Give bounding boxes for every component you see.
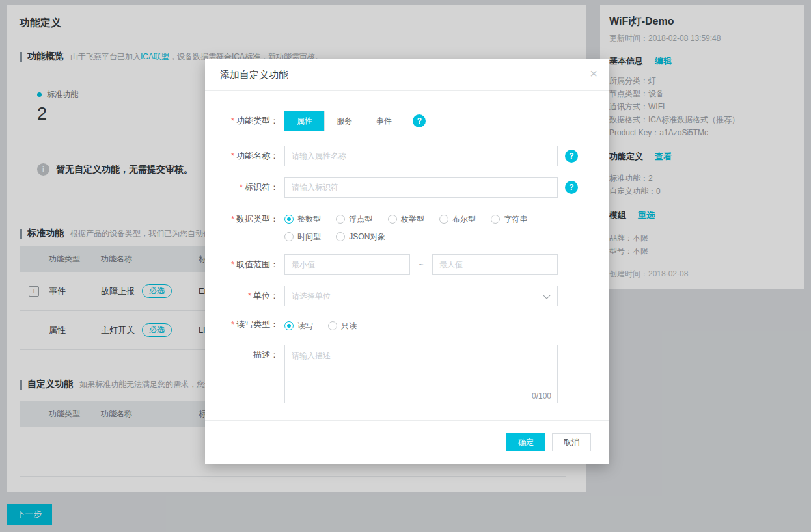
identifier-input[interactable] — [284, 177, 558, 198]
range-max-input[interactable] — [432, 254, 558, 275]
radio-enum[interactable]: 枚举型 — [388, 211, 424, 227]
field-label-desc: 描述： — [205, 345, 284, 405]
radio-icon — [284, 321, 294, 330]
required-mark: * — [231, 116, 234, 126]
radio-icon — [388, 215, 397, 224]
close-icon[interactable]: × — [590, 59, 598, 88]
rw-radio-group: 读写 只读 — [284, 318, 558, 334]
help-icon[interactable]: ? — [413, 114, 426, 127]
cancel-button[interactable]: 取消 — [552, 433, 591, 451]
field-label-type: *功能类型： — [205, 111, 284, 131]
help-icon[interactable]: ? — [565, 181, 578, 194]
required-mark: * — [240, 182, 243, 192]
tab-service[interactable]: 服务 — [324, 111, 364, 131]
range-field: ~ — [284, 254, 558, 275]
function-name-input[interactable] — [284, 146, 558, 166]
radio-float[interactable]: 浮点型 — [336, 211, 372, 227]
required-mark: * — [231, 259, 234, 269]
required-mark: * — [231, 319, 234, 329]
range-separator: ~ — [410, 260, 432, 269]
radio-icon — [336, 232, 345, 241]
tab-event[interactable]: 事件 — [364, 111, 404, 131]
radio-int[interactable]: 整数型 — [284, 211, 321, 227]
description-field: 0/100 — [284, 345, 558, 405]
field-label-range: *取值范围： — [205, 254, 284, 275]
radio-time[interactable]: 时间型 — [284, 229, 321, 245]
unit-select-input[interactable] — [284, 286, 558, 306]
tab-property[interactable]: 属性 — [284, 111, 325, 131]
field-label-name: *功能名称： — [205, 146, 284, 166]
radio-string[interactable]: 字符串 — [491, 211, 527, 227]
dialog-footer: 确定 取消 — [205, 420, 609, 464]
radio-icon — [328, 321, 337, 330]
unit-select[interactable] — [284, 286, 558, 306]
confirm-button[interactable]: 确定 — [506, 433, 545, 451]
field-label-datatype: *数据类型： — [205, 211, 284, 246]
range-min-input[interactable] — [284, 254, 410, 275]
required-mark: * — [248, 291, 251, 300]
required-mark: * — [231, 151, 234, 161]
field-label-rw: *读写类型： — [205, 318, 284, 334]
datatype-radio-group: 整数型 浮点型 枚举型 布尔型 字符串 时间型 JSON对象 — [284, 211, 558, 246]
dialog-header: 添加自定义功能 × — [205, 59, 609, 91]
radio-readwrite[interactable]: 读写 — [284, 318, 313, 334]
function-type-tabs: 属性 服务 事件 — [284, 111, 404, 131]
radio-icon — [439, 215, 448, 224]
radio-icon — [491, 215, 500, 224]
help-icon[interactable]: ? — [565, 150, 578, 163]
radio-icon — [336, 215, 345, 224]
radio-icon — [284, 215, 294, 224]
radio-icon — [284, 232, 294, 241]
radio-bool[interactable]: 布尔型 — [439, 211, 476, 227]
dialog-title: 添加自定义功能 — [220, 59, 288, 91]
char-counter: 0/100 — [532, 392, 551, 401]
radio-json[interactable]: JSON对象 — [336, 229, 385, 245]
dialog-body: *功能类型： 属性 服务 事件 ? *功能名称： ? *标识符： — [205, 91, 609, 405]
field-label-identifier: *标识符： — [205, 177, 284, 198]
radio-readonly[interactable]: 只读 — [328, 318, 357, 334]
field-label-unit: *单位： — [205, 286, 284, 306]
description-textarea[interactable] — [284, 345, 558, 403]
add-custom-function-dialog: 添加自定义功能 × *功能类型： 属性 服务 事件 ? *功能名称： ? — [205, 59, 609, 464]
required-mark: * — [231, 214, 234, 224]
